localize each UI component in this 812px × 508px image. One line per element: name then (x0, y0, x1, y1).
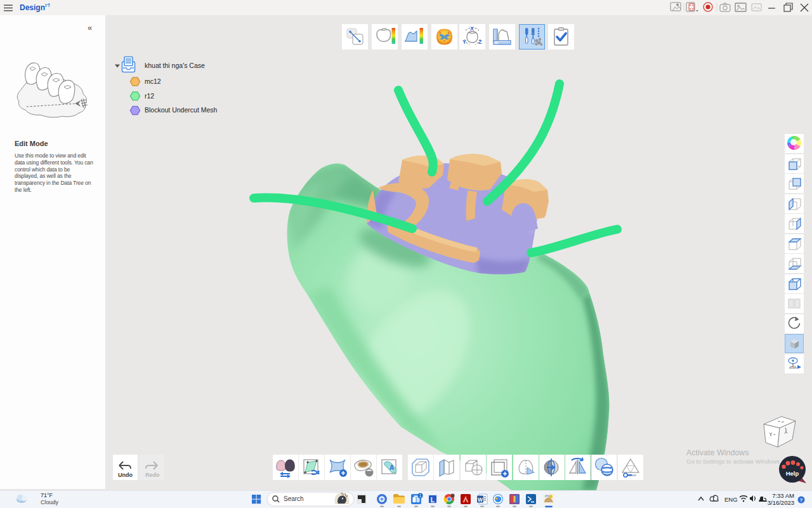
svg-text:Y: Y (462, 39, 466, 45)
svg-text:Redo: Redo (145, 472, 160, 478)
svg-text:Search: Search (284, 495, 304, 502)
svg-text:W: W (478, 497, 483, 503)
svg-text:Cloudy: Cloudy (41, 499, 59, 505)
svg-text:7:33 AM: 7:33 AM (772, 492, 794, 499)
svg-text:Undo: Undo (118, 472, 133, 478)
svg-text:1: 1 (419, 493, 422, 498)
svg-text:X: X (470, 25, 474, 32)
svg-text:71°F: 71°F (41, 492, 53, 498)
svg-text:A: A (390, 464, 394, 471)
svg-text:mc12: mc12 (145, 77, 161, 85)
svg-text:r12: r12 (145, 92, 154, 100)
svg-text:Blockout Undercut Mesh: Blockout Undercut Mesh (145, 106, 218, 114)
svg-text:Help: Help (786, 470, 799, 477)
svg-text:khuat thi nga's Case: khuat thi nga's Case (145, 62, 205, 69)
svg-text:L: L (431, 496, 435, 504)
svg-text:?: ? (800, 497, 803, 503)
svg-text:Z: Z (478, 39, 482, 45)
svg-text:ENG: ENG (724, 496, 738, 503)
svg-text:3/16/2023: 3/16/2023 (768, 499, 794, 506)
